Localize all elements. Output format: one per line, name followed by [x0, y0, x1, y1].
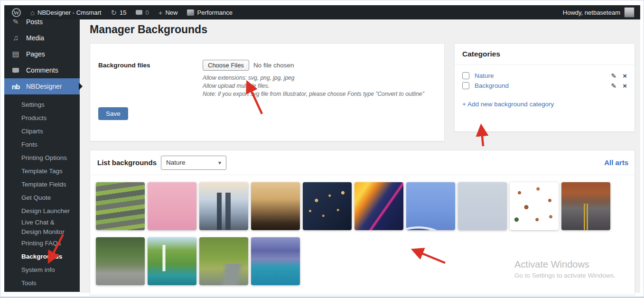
- admin-toolbar: W ⌂NBDesigner - Cmsmart ↻15 0 +New Perfo…: [4, 5, 640, 19]
- note-extensions: Allow extensions: svg, png, jpg, jpeg: [203, 74, 424, 82]
- background-files-label: Background files: [98, 60, 203, 98]
- sidebar-item-fonts[interactable]: Fonts: [4, 138, 80, 151]
- chevron-down-icon: ▾: [218, 159, 221, 166]
- sidebar-top-menu: ✎Posts♫Media▤PagesCommentsnbNBDesigner: [4, 14, 80, 94]
- comment-bubble-icon: [136, 10, 142, 15]
- sidebar-item-printing-faqs[interactable]: Printing FAQs: [4, 237, 80, 250]
- updates-menu[interactable]: ↻15: [107, 5, 130, 19]
- home-icon: ⌂: [30, 9, 35, 16]
- save-button[interactable]: Save: [98, 107, 128, 120]
- backgrounds-grid-row-2: [96, 237, 300, 285]
- site-name: NBDesigner - Cmsmart: [37, 9, 101, 16]
- sidebar-item-media[interactable]: ♫Media: [4, 30, 80, 46]
- sidebar-item-nbdesigner[interactable]: nbNBDesigner: [4, 78, 80, 94]
- updates-icon: ↻: [111, 9, 117, 16]
- delete-category-icon[interactable]: ×: [623, 72, 627, 79]
- background-thumbnail-autumn-road[interactable]: [561, 182, 610, 230]
- background-thumbnail-pink-studio[interactable]: [148, 182, 196, 230]
- edit-category-icon[interactable]: ✎: [611, 73, 617, 79]
- category-link-nature[interactable]: Nature: [475, 72, 494, 79]
- sidebar-item-comments[interactable]: Comments: [4, 62, 80, 78]
- background-thumbnail-city-skyline[interactable]: [199, 182, 248, 230]
- add-new-category-link[interactable]: + Add new background category: [462, 101, 554, 108]
- background-thumbnail-christmas-doodles[interactable]: [510, 182, 559, 230]
- sidebar-item-system-info[interactable]: System info: [4, 263, 80, 277]
- choose-files-button[interactable]: Choose Files: [203, 60, 249, 71]
- background-thumbnail-gold-sparkles[interactable]: [303, 182, 352, 230]
- edit-category-icon[interactable]: ✎: [611, 83, 617, 89]
- list-backgrounds-header: List backgrounds Nature ▾ All arts: [90, 150, 635, 175]
- background-thumbnail-blue-waves[interactable]: [406, 182, 455, 230]
- background-thumbnail-desert-town[interactable]: [251, 182, 300, 230]
- upload-card: Background files Choose Files No file ch…: [90, 43, 445, 141]
- background-thumbnail-plain-gray-gradient[interactable]: [458, 182, 507, 230]
- upload-notes: Allow extensions: svg, png, jpg, jpeg Al…: [203, 74, 424, 98]
- file-chosen-status: No file chosen: [253, 62, 294, 69]
- background-thumbnail-green-architecture[interactable]: [96, 182, 145, 230]
- category-filter-value: Nature: [166, 159, 186, 166]
- sidebar-item-template-fields[interactable]: Template Fields: [4, 178, 80, 191]
- page-title: Manager Backgrounds: [90, 23, 207, 36]
- backgrounds-grid-row-1: [96, 182, 610, 230]
- sidebar-item-printing-options[interactable]: Printing Options: [4, 151, 80, 165]
- wordpress-admin-screen: W ⌂NBDesigner - Cmsmart ↻15 0 +New Perfo…: [0, 0, 644, 298]
- new-label: New: [165, 9, 177, 16]
- sidebar-item-backgrounds[interactable]: Backgrounds: [4, 250, 80, 263]
- background-files-input: Choose Files No file chosen Allow extens…: [203, 60, 424, 98]
- sidebar-item-label: Comments: [26, 66, 58, 74]
- avatar[interactable]: [624, 7, 635, 18]
- category-link-background[interactable]: Background: [475, 82, 509, 89]
- wordpress-logo-icon: W: [12, 8, 21, 17]
- watermark-subtitle: Go to Settings to activate Windows.: [514, 272, 616, 279]
- plus-icon: +: [159, 9, 163, 16]
- delete-category-icon[interactable]: ×: [623, 82, 627, 89]
- note-illustrator: Note: if you export svg file from Illust…: [203, 90, 424, 98]
- admin-toolbar-left: W ⌂NBDesigner - Cmsmart ↻15 0 +New Perfo…: [8, 5, 236, 19]
- sidebar-item-tools[interactable]: Tools: [4, 277, 80, 290]
- site-menu[interactable]: ⌂NBDesigner - Cmsmart: [27, 5, 105, 19]
- admin-content: Manager Backgrounds Background files Cho…: [80, 19, 640, 293]
- admin-toolbar-right: Howdy, netbaseteam: [563, 7, 635, 18]
- wp-logo-menu[interactable]: W: [8, 5, 25, 19]
- comments-count: 0: [145, 9, 149, 16]
- sidebar-item-cliparts[interactable]: Cliparts: [4, 125, 80, 138]
- sidebar-item-products[interactable]: Products: [4, 112, 80, 125]
- categories-title: Categories: [455, 44, 635, 65]
- sidebar-item-get-quote[interactable]: Get Quote: [4, 191, 80, 205]
- category-checkbox-nature[interactable]: [462, 72, 469, 79]
- nbdesigner-logo-icon: nb: [11, 83, 20, 90]
- background-thumbnail-tree-tunnel-road[interactable]: [96, 237, 145, 285]
- nbdesigner-submenu: SettingsProductsClipartsFontsPrinting Op…: [4, 94, 80, 294]
- background-thumbnail-waterfall[interactable]: [148, 237, 196, 285]
- categories-card: Categories Nature✎×Background✎× + Add ne…: [454, 43, 635, 132]
- all-arts-link[interactable]: All arts: [604, 158, 628, 167]
- media-icon: ♫: [11, 34, 20, 42]
- background-thumbnail-mountain-lake[interactable]: [251, 237, 300, 285]
- watermark-title: Activate Windows: [514, 259, 616, 270]
- sidebar-item-label: Pages: [26, 50, 45, 58]
- performance-menu[interactable]: Performance: [183, 5, 236, 19]
- background-thumbnail-forest-road[interactable]: [199, 237, 248, 285]
- new-content-menu[interactable]: +New: [155, 5, 182, 19]
- sidebar-item-template-tags[interactable]: Template Tags: [4, 165, 80, 178]
- howdy-account-link[interactable]: Howdy, netbaseteam: [563, 9, 620, 16]
- category-row: Background✎×: [455, 81, 635, 91]
- list-backgrounds-title: List backgrounds: [97, 158, 157, 167]
- updates-count: 15: [120, 9, 126, 16]
- performance-label: Performance: [197, 9, 232, 16]
- sidebar-item-pages[interactable]: ▤Pages: [4, 46, 80, 62]
- categories-list: Nature✎×Background✎×: [455, 65, 635, 91]
- sidebar-item-design-launcher[interactable]: Design Launcher: [4, 205, 80, 218]
- admin-sidebar: ✎Posts♫Media▤PagesCommentsnbNBDesigner S…: [4, 19, 80, 292]
- background-files-row: Background files Choose Files No file ch…: [90, 44, 444, 98]
- sidebar-item-live-chat-design-monitor[interactable]: Live Chat & Design Monitor: [4, 218, 80, 237]
- category-filter-select[interactable]: Nature ▾: [161, 156, 226, 170]
- activate-windows-watermark: Activate Windows Go to Settings to activ…: [514, 259, 616, 279]
- sidebar-item-settings[interactable]: Settings: [4, 98, 80, 112]
- category-checkbox-background[interactable]: [462, 82, 469, 89]
- background-thumbnail-abstract-flame[interactable]: [355, 182, 403, 230]
- category-row: Nature✎×: [455, 71, 635, 81]
- comments-menu[interactable]: 0: [132, 5, 152, 19]
- sidebar-item-label: NBDesigner: [26, 83, 62, 90]
- sidebar-item-label: Media: [26, 34, 44, 42]
